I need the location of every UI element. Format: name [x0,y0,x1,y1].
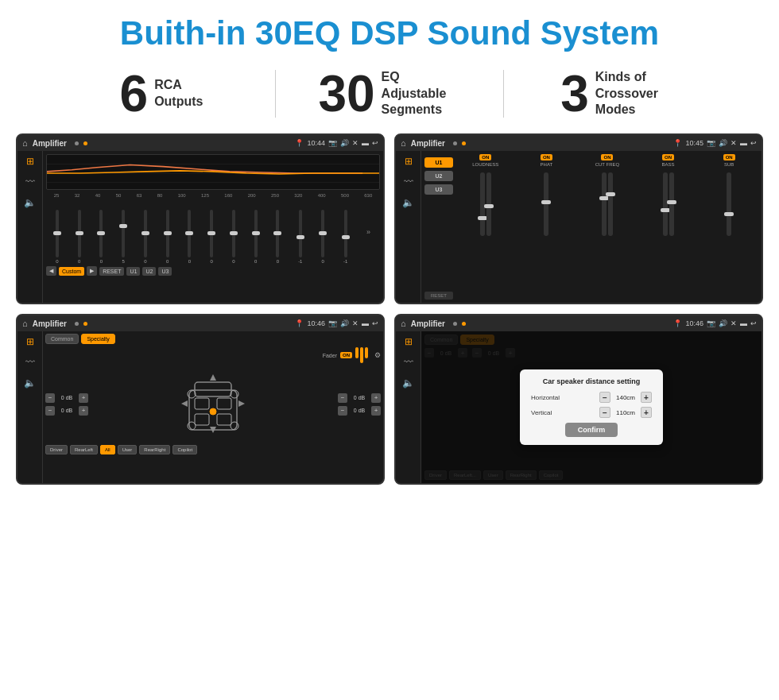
vertical-minus[interactable]: − [599,407,610,418]
slider-track-3[interactable] [99,210,103,257]
slider-thumb-14[interactable] [342,235,350,239]
btn-all[interactable]: All [100,445,115,454]
eq-icon-amp[interactable]: ⊞ [405,156,413,167]
thumb-p1[interactable] [541,200,551,204]
custom-button[interactable]: Custom [59,267,84,276]
minus-bl[interactable]: − [45,406,55,416]
eq-icon-common[interactable]: ⊞ [26,336,34,347]
v-slider-cf2[interactable] [608,172,613,236]
eq-icon-dist[interactable]: ⊞ [405,336,413,347]
u3-button[interactable]: U3 [158,267,172,276]
thumb-cf2[interactable] [606,192,615,196]
thumb-l1[interactable] [478,216,487,220]
horizontal-minus[interactable]: − [599,392,610,403]
slider-thumb-4[interactable] [119,224,127,228]
v-slider-b2[interactable] [669,172,674,236]
horizontal-plus[interactable]: + [641,392,652,403]
toggle-sub[interactable]: ON [723,154,735,160]
slider-track-10[interactable] [254,210,258,257]
minus-tr[interactable]: − [338,393,347,403]
camera-icon: 📷 [328,139,337,147]
slider-track-13[interactable] [321,210,324,257]
v-slider-cf1[interactable] [602,172,607,236]
slider-thumb-9[interactable] [230,231,238,235]
btn-rearright[interactable]: RearRight [139,445,170,454]
speaker-icon-amp[interactable]: 🔈 [402,197,414,208]
slider-thumb-2[interactable] [76,231,83,235]
speaker-icon[interactable]: 🔈 [24,197,36,208]
slider-thumb-8[interactable] [207,231,215,235]
slider-thumb-5[interactable] [141,231,149,235]
slider-thumb-6[interactable] [164,231,172,235]
vertical-plus[interactable]: + [641,407,652,418]
v-slider-s1[interactable] [727,172,731,236]
slider-thumb-3[interactable] [97,231,105,235]
eq-main: 25 32 40 50 63 80 100 125 160 200 250 32… [43,151,383,303]
dist-sidebar: ⊞ 〰 🔈 [396,331,421,483]
wave-icon-amp[interactable]: 〰 [404,176,413,188]
slider-thumb-1[interactable] [53,231,61,235]
v-slider-p1[interactable] [544,172,548,236]
slider-track-12[interactable] [299,210,302,257]
dialog-overlay: Car speaker distance setting Horizontal … [421,331,762,483]
toggle-phat[interactable]: ON [541,154,552,160]
wave-icon-common[interactable]: 〰 [25,357,35,368]
slider-track-5[interactable] [144,210,147,257]
speaker-icon-common[interactable]: 🔈 [24,377,36,389]
minus-br[interactable]: − [338,406,347,416]
thumb-s1[interactable] [724,212,734,216]
slider-thumb-12[interactable] [296,235,304,239]
reset-button[interactable]: RESET [99,267,124,276]
fader-label: Fader [323,353,337,358]
slider-track-1[interactable] [56,210,59,257]
speaker-icon-dist[interactable]: 🔈 [402,377,414,389]
plus-br[interactable]: + [371,406,381,416]
slider-thumb-13[interactable] [319,231,327,235]
toggle-bass[interactable]: ON [662,154,674,160]
slider-track-4[interactable] [122,210,125,257]
slider-thumb-11[interactable] [273,231,281,235]
slider-thumb-10[interactable] [252,231,260,235]
play-button[interactable]: ▶ [87,266,97,276]
tab-common[interactable]: Common [45,334,79,344]
reset-label[interactable]: RESET [424,292,453,300]
slider-track-14[interactable] [344,210,347,257]
slider-track-6[interactable] [166,210,169,257]
confirm-button[interactable]: Confirm [565,423,618,437]
dialog-row-horizontal: Horizontal − 140cm + [531,392,652,403]
wave-icon-dist[interactable]: 〰 [404,357,413,368]
prev-button[interactable]: ◀ [46,266,56,276]
btn-rearleft[interactable]: RearLeft [70,445,98,454]
thumb-l2[interactable] [484,204,494,208]
settings-icon[interactable]: ⚙ [374,351,381,359]
thumb-b2[interactable] [667,200,676,204]
plus-bl[interactable]: + [79,406,88,416]
slider-thumb-7[interactable] [185,231,193,235]
v-slider-l2[interactable] [486,172,491,236]
fader-toggle[interactable]: ON [340,352,352,358]
slider-track-2[interactable] [78,210,81,257]
channel-sub: ON SUB [700,154,758,300]
btn-copilot[interactable]: Copilot [172,445,197,454]
preset-u3[interactable]: U3 [424,184,453,195]
toggle-cutfreq[interactable]: ON [601,154,613,160]
btn-user[interactable]: User [118,445,138,454]
u2-button[interactable]: U2 [142,267,156,276]
wave-icon[interactable]: 〰 [25,176,35,188]
slider-track-7[interactable] [188,210,191,257]
slider-track-9[interactable] [232,210,235,257]
plus-tr[interactable]: + [371,393,381,403]
minus-tl[interactable]: − [45,393,55,403]
u1-button[interactable]: U1 [126,267,140,276]
btn-driver[interactable]: Driver [45,445,68,454]
preset-u2[interactable]: U2 [424,171,453,181]
v-slider-b1[interactable] [663,172,668,236]
eq-icon[interactable]: ⊞ [26,156,34,167]
tab-specialty[interactable]: Specialty [81,334,114,344]
slider-track-11[interactable] [276,210,279,257]
slider-track-8[interactable] [210,210,213,257]
plus-tl[interactable]: + [79,393,88,403]
thumb-b1[interactable] [661,208,670,212]
preset-u1[interactable]: U1 [424,157,453,168]
toggle-loudness[interactable]: ON [479,154,491,160]
